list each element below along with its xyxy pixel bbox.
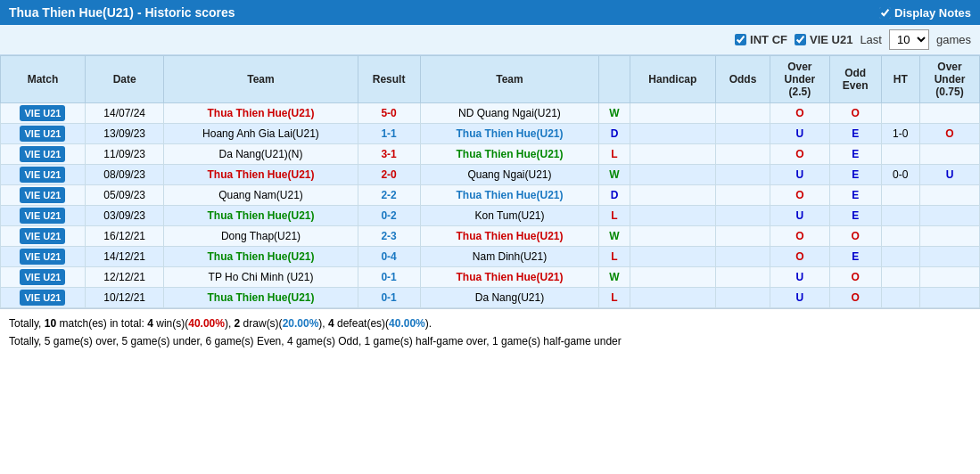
cell-team1: Thua Thien Hue(U21)	[164, 165, 358, 185]
cell-ht	[881, 144, 919, 165]
cell-odd-even: E	[829, 185, 881, 206]
cell-match: VIE U21	[1, 267, 86, 288]
cell-date: 03/09/23	[85, 206, 163, 226]
match-badge: VIE U21	[20, 249, 65, 265]
cell-handicap	[630, 103, 716, 124]
cell-ht	[881, 267, 919, 288]
cell-over-under-075	[920, 288, 980, 308]
cell-match: VIE U21	[1, 165, 86, 185]
cell-team2: Thua Thien Hue(U21)	[420, 267, 599, 288]
cell-handicap	[630, 267, 716, 288]
cell-match: VIE U21	[1, 247, 86, 267]
cell-team1: Da Nang(U21)(N)	[164, 144, 358, 165]
cell-odds	[716, 185, 770, 206]
table-row: VIE U2112/12/21TP Ho Chi Minh (U21)0-1Th…	[1, 267, 980, 288]
cell-over-under-075	[920, 206, 980, 226]
cell-over-under-25: O	[770, 103, 829, 124]
cell-result: W	[599, 226, 630, 247]
cell-date: 11/09/23	[85, 144, 163, 165]
cell-date: 16/12/21	[85, 226, 163, 247]
cell-over-under-075	[920, 267, 980, 288]
cell-team2: Thua Thien Hue(U21)	[420, 185, 599, 206]
cell-result: L	[599, 206, 630, 226]
int-cf-label: INT CF	[750, 33, 787, 46]
cell-handicap	[630, 185, 716, 206]
cell-match: VIE U21	[1, 103, 86, 124]
cell-handicap	[630, 288, 716, 308]
match-badge: VIE U21	[20, 269, 65, 285]
cell-odds	[716, 226, 770, 247]
cell-result: L	[599, 288, 630, 308]
cell-result: D	[599, 185, 630, 206]
cell-odds	[716, 206, 770, 226]
vie-u21-filter[interactable]: VIE U21	[795, 33, 852, 46]
cell-team1: Hoang Anh Gia Lai(U21)	[164, 124, 358, 144]
cell-team2: Thua Thien Hue(U21)	[420, 226, 599, 247]
match-badge: VIE U21	[20, 105, 65, 121]
col-date: Date	[85, 56, 163, 103]
cell-match: VIE U21	[1, 206, 86, 226]
cell-over-under-25: U	[770, 165, 829, 185]
table-row: VIE U2108/09/23Thua Thien Hue(U21)2-0Qua…	[1, 165, 980, 185]
cell-odd-even: E	[829, 165, 881, 185]
col-result: Result	[358, 56, 420, 103]
cell-result: D	[599, 124, 630, 144]
cell-date: 14/12/21	[85, 247, 163, 267]
cell-over-under-25: O	[770, 144, 829, 165]
cell-handicap	[630, 144, 716, 165]
table-row: VIE U2105/09/23Quang Nam(U21)2-2Thua Thi…	[1, 185, 980, 206]
display-notes-checkbox[interactable]	[879, 7, 891, 19]
col-ht: HT	[881, 56, 919, 103]
cell-over-under-25: U	[770, 206, 829, 226]
table-row: VIE U2110/12/21Thua Thien Hue(U21)0-1Da …	[1, 288, 980, 308]
cell-handicap	[630, 165, 716, 185]
match-badge: VIE U21	[20, 146, 65, 162]
cell-odds	[716, 267, 770, 288]
cell-team1: TP Ho Chi Minh (U21)	[164, 267, 358, 288]
cell-ht	[881, 226, 919, 247]
cell-team2: Kon Tum(U21)	[420, 206, 599, 226]
last-label: Last	[860, 33, 882, 46]
cell-over-under-25: O	[770, 247, 829, 267]
cell-team2: Thua Thien Hue(U21)	[420, 124, 599, 144]
cell-score: 3-1	[358, 144, 420, 165]
cell-team2: Thua Thien Hue(U21)	[420, 144, 599, 165]
col-wd	[599, 56, 630, 103]
cell-over-under-075	[920, 247, 980, 267]
cell-team1: Thua Thien Hue(U21)	[164, 103, 358, 124]
cell-over-under-075	[920, 185, 980, 206]
cell-score: 2-3	[358, 226, 420, 247]
table-header-row: Match Date Team Result Team Handicap Odd…	[1, 56, 980, 103]
table-row: VIE U2116/12/21Dong Thap(U21)2-3Thua Thi…	[1, 226, 980, 247]
match-badge: VIE U21	[20, 187, 65, 203]
display-notes-text: Display Notes	[894, 6, 971, 20]
cell-over-under-075	[920, 103, 980, 124]
display-notes-label[interactable]: Display Notes	[879, 6, 971, 20]
cell-over-under-075	[920, 144, 980, 165]
cell-score: 5-0	[358, 103, 420, 124]
cell-odds	[716, 103, 770, 124]
cell-odd-even: O	[829, 103, 881, 124]
cell-team2: Da Nang(U21)	[420, 288, 599, 308]
col-handicap: Handicap	[630, 56, 716, 103]
header-controls: Display Notes	[879, 6, 971, 20]
vie-u21-checkbox[interactable]	[795, 34, 806, 45]
cell-result: W	[599, 267, 630, 288]
int-cf-filter[interactable]: INT CF	[735, 33, 787, 46]
cell-team1: Thua Thien Hue(U21)	[164, 206, 358, 226]
cell-team2: ND Quang Ngai(U21)	[420, 103, 599, 124]
int-cf-checkbox[interactable]	[735, 34, 746, 45]
cell-team1: Quang Nam(U21)	[164, 185, 358, 206]
table-row: VIE U2114/07/24Thua Thien Hue(U21)5-0ND …	[1, 103, 980, 124]
cell-odds	[716, 124, 770, 144]
table-row: VIE U2114/12/21Thua Thien Hue(U21)0-4Nam…	[1, 247, 980, 267]
cell-over-under-25: O	[770, 185, 829, 206]
cell-ht	[881, 206, 919, 226]
filter-bar: INT CF VIE U21 Last 5 10 15 20 25 30 gam…	[0, 25, 980, 55]
match-badge: VIE U21	[20, 228, 65, 244]
cell-result: L	[599, 144, 630, 165]
cell-handicap	[630, 206, 716, 226]
match-badge: VIE U21	[20, 167, 65, 183]
cell-match: VIE U21	[1, 288, 86, 308]
last-games-select[interactable]: 5 10 15 20 25 30	[889, 29, 929, 50]
